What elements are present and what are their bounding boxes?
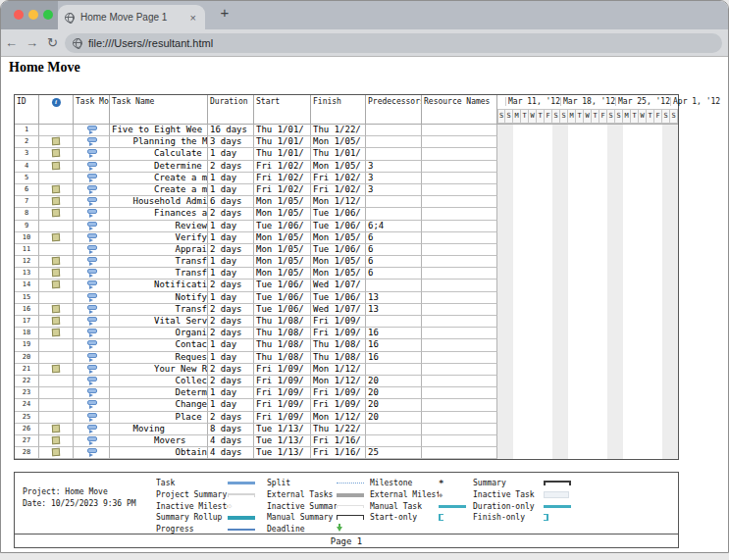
- cell-task-name: Household Admi: [110, 196, 208, 208]
- cell-duration-text: 1 day: [210, 232, 236, 242]
- cell-predecessors-text: 13: [368, 292, 379, 302]
- cell-predecessors-text: 16: [368, 339, 379, 349]
- cell-finish-text: Tue 1/06/: [313, 221, 361, 230]
- cell-info: [39, 268, 74, 280]
- cell-duration: 1 day: [208, 352, 254, 364]
- cell-duration: 1 day: [208, 387, 254, 399]
- cell-start-text: Fri 1/09/: [256, 376, 304, 385]
- table-row: 21Your New R2 daysFri 1/09/Mon 1/12/: [15, 364, 678, 376]
- table-row: 12Transf1 dayMon 1/05/Mon 1/05/6: [15, 256, 678, 268]
- day-cell: S: [497, 109, 505, 124]
- cell-finish: Thu 1/22/: [311, 125, 366, 136]
- cell-finish-text: Mon 1/12/: [313, 364, 361, 374]
- cell-finish: Mon 1/05/: [311, 268, 366, 280]
- cell-id: 21: [15, 364, 39, 376]
- cell-id: 25: [15, 412, 39, 424]
- day-cell: T: [647, 109, 654, 124]
- cell-duration: 1 day: [208, 256, 254, 268]
- cell-id-text: 7: [25, 197, 28, 205]
- cell-finish-text: Mon 1/12/: [313, 376, 361, 385]
- cell-task-name: Collec: [110, 376, 208, 387]
- cell-finish: Mon 1/05/: [311, 256, 366, 268]
- cell-id-text: 21: [23, 365, 30, 373]
- cell-duration-text: 2 days: [210, 244, 242, 254]
- zoom-window-button[interactable]: [43, 10, 53, 20]
- header-cell: Resource Names: [422, 95, 497, 124]
- cell-task-mode: [74, 136, 110, 148]
- minimize-window-button[interactable]: [28, 10, 38, 20]
- cell-resource-names: [422, 364, 497, 376]
- cell-finish: Mon 1/12/: [311, 364, 366, 376]
- week-label: Mar 18, '12: [560, 97, 615, 106]
- cell-task-name: Vital Serv: [110, 316, 208, 328]
- cell-resource-names: [422, 125, 497, 136]
- header-cell: ID: [15, 95, 39, 124]
- legend-item: Duration-only: [473, 500, 573, 512]
- cell-duration-text: 2 days: [210, 412, 242, 422]
- cell-start: Fri 1/09/: [254, 387, 311, 399]
- gantt-chart-cell: [497, 339, 678, 351]
- cell-start: Thu 1/08/: [254, 316, 311, 328]
- close-window-button[interactable]: [14, 10, 24, 20]
- cell-duration-text: 1 day: [210, 148, 236, 158]
- day-cell: S: [607, 109, 615, 124]
- cell-finish: Tue 1/06/: [311, 292, 366, 304]
- note-icon: [52, 424, 60, 432]
- cell-predecessors: 20: [366, 387, 422, 399]
- legend-item: Inactive Task: [473, 489, 573, 501]
- cell-duration: 1 day: [208, 184, 254, 196]
- new-tab-button[interactable]: +: [215, 4, 234, 21]
- cell-info: [39, 173, 74, 184]
- cell-id-text: 13: [23, 269, 30, 277]
- legend-label: Milestone: [370, 479, 439, 487]
- cell-predecessors-text: 20: [368, 399, 379, 409]
- cell-duration-text: 1 day: [210, 387, 236, 397]
- cell-predecessors-text: 20: [368, 387, 379, 397]
- forward-button[interactable]: →: [22, 35, 42, 50]
- cell-task-name: Reques: [110, 352, 208, 364]
- back-button[interactable]: ←: [1, 35, 22, 50]
- cell-id-text: 4: [25, 162, 28, 170]
- cell-start-text: Mon 1/05/: [256, 196, 304, 206]
- cell-finish-text: Mon 1/05/: [313, 232, 361, 242]
- cell-duration: 2 days: [208, 364, 254, 376]
- table-row: 16Transf2 daysTue 1/06/Wed 1/07/13: [15, 304, 678, 316]
- reload-button[interactable]: ↻: [42, 35, 63, 50]
- day-cell: S: [662, 109, 670, 124]
- bar-gray-glyph: [337, 493, 364, 497]
- tab-close-icon[interactable]: ×: [188, 12, 198, 24]
- cell-start-text: Mon 1/05/: [256, 244, 304, 254]
- table-row: 26Moving8 daysTue 1/13/Thu 1/22/: [15, 424, 678, 435]
- star-glyph: *: [439, 481, 443, 486]
- cell-id: 26: [15, 424, 39, 435]
- cell-info: [39, 208, 74, 220]
- line-blue-glyph: [228, 529, 255, 531]
- cell-task-name: Calculate: [110, 148, 208, 160]
- cell-info: [39, 221, 74, 232]
- cell-id-text: 20: [23, 353, 30, 361]
- cell-resource-names: [422, 292, 497, 304]
- cell-finish: Thu 1/22/: [311, 424, 366, 435]
- cell-task-name: Transf: [110, 256, 208, 268]
- header-label: Duration: [210, 97, 248, 106]
- address-bar[interactable]: file:///Users//resultant.html: [65, 33, 722, 53]
- day-cell: W: [639, 109, 647, 124]
- cell-resource-names: [422, 232, 497, 244]
- cell-duration: 2 days: [208, 304, 254, 316]
- cell-start-text: Tue 1/06/: [256, 221, 304, 230]
- cell-id-text: 3: [25, 149, 28, 157]
- cell-task-mode: [74, 221, 110, 232]
- table-row: 3Calculate1 dayThu 1/01/Thu 1/01/: [15, 148, 678, 160]
- browser-tab[interactable]: Home Move Page 1 ×: [58, 5, 205, 29]
- cell-finish-text: Fri 1/02/: [313, 173, 361, 182]
- day-cell: T: [631, 109, 639, 124]
- project-info: Project: Home Move Date: 10/25/2023 9:36…: [23, 486, 136, 510]
- note-icon: [52, 149, 60, 157]
- cell-info: [39, 196, 74, 208]
- bracket-dark-symbol: [544, 481, 573, 485]
- legend-item: Finish-only: [473, 512, 573, 524]
- cell-predecessors-text: 6: [368, 232, 373, 242]
- cell-info: [39, 256, 74, 268]
- day-cell: T: [521, 109, 529, 124]
- legend-item: Task: [156, 478, 257, 489]
